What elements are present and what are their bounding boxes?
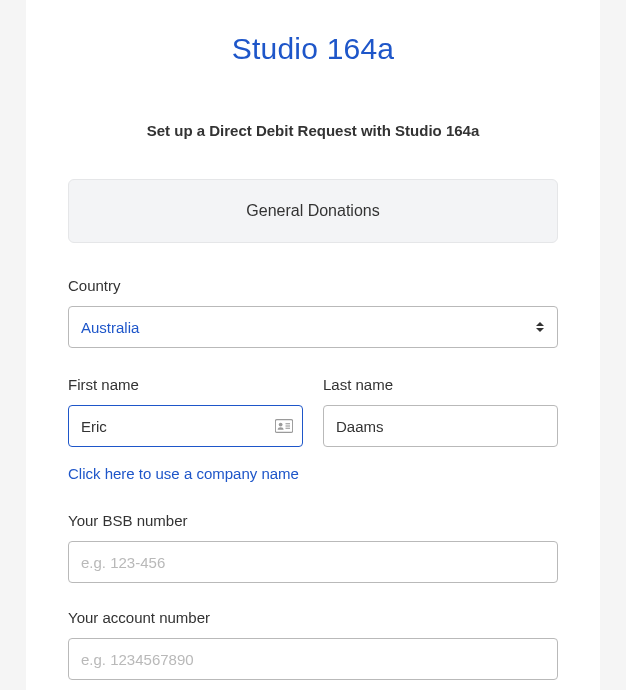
country-select[interactable]: Australia (68, 306, 558, 348)
country-label: Country (68, 277, 558, 294)
brand-title: Studio 164a (68, 32, 558, 66)
use-company-name-link[interactable]: Click here to use a company name (68, 465, 299, 482)
section-banner: General Donations (68, 179, 558, 243)
bsb-input[interactable] (68, 541, 558, 583)
account-number-label: Your account number (68, 609, 558, 626)
first-name-label: First name (68, 376, 303, 393)
bsb-label: Your BSB number (68, 512, 558, 529)
form-card: Studio 164a Set up a Direct Debit Reques… (26, 0, 600, 690)
form-heading: Set up a Direct Debit Request with Studi… (68, 122, 558, 139)
first-name-input[interactable] (68, 405, 303, 447)
last-name-label: Last name (323, 376, 558, 393)
last-name-input[interactable] (323, 405, 558, 447)
account-number-input[interactable] (68, 638, 558, 680)
